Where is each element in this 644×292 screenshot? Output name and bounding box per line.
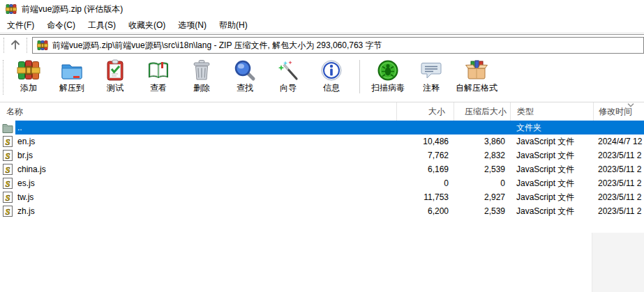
toolbar-button-delete[interactable]: 删除: [180, 58, 223, 93]
title-bar: 前端vue源码.zip (评估版本): [0, 0, 644, 18]
file-type: JavaScript 文件: [510, 135, 593, 148]
file-modified-time: 2023/5/11 2: [593, 176, 644, 190]
file-type: JavaScript 文件: [510, 176, 593, 190]
column-header-name[interactable]: 名称: [0, 102, 396, 121]
menu-item-commands[interactable]: 命令(C): [40, 18, 82, 33]
row-highlight: br.js7,7622,832JavaScript 文件2023/5/11 2: [15, 148, 644, 162]
column-header-type[interactable]: 类型: [510, 102, 593, 121]
menu-item-help[interactable]: 帮助(H): [213, 18, 254, 33]
file-modified-time: 2023/5/11 2: [593, 148, 644, 162]
file-packed-size: 2,539: [454, 162, 510, 176]
file-size: 6,200: [396, 204, 454, 218]
table-row[interactable]: Ses.js00JavaScript 文件2023/5/11 2: [0, 176, 644, 190]
delete-trash-icon: [190, 59, 214, 82]
toolbar-button-label: 向导: [280, 83, 297, 93]
svg-text:S: S: [6, 179, 10, 189]
file-list-empty-area: [0, 218, 644, 292]
winrar-books-icon: [6, 3, 17, 15]
toolbar-button-label: 测试: [107, 83, 123, 93]
archive-path-text: 前端vue源码.zip\前端vue源码\src\i18n\lang - ZIP …: [52, 40, 382, 52]
column-header-label: 大小: [428, 106, 445, 118]
row-highlight: china.js6,1692,539JavaScript 文件2023/5/11…: [15, 162, 644, 176]
svg-text:S: S: [6, 193, 10, 203]
file-type: JavaScript 文件: [510, 204, 593, 218]
row-highlight: tw.js11,7532,927JavaScript 文件2023/5/11 2: [15, 190, 644, 204]
column-header-label: 名称: [6, 106, 23, 118]
file-packed-size: 2,539: [454, 204, 510, 218]
toolbar-button-scan-virus[interactable]: 扫描病毒: [366, 58, 410, 93]
find-magnifier-icon: [233, 59, 257, 82]
toolbar-gripper[interactable]: [3, 38, 4, 53]
toolbar-button-test[interactable]: 测试: [93, 58, 137, 93]
toolbar-button-label: 解压到: [59, 83, 84, 93]
file-size: 6,169: [396, 162, 454, 176]
file-packed-size: 2,832: [454, 148, 510, 162]
toolbar-button-info[interactable]: 信息: [310, 58, 353, 93]
toolbar-button-label: 查看: [150, 83, 167, 93]
toolbar-button-add[interactable]: 添加: [7, 58, 50, 93]
toolbar-button-comment[interactable]: 注释: [410, 58, 453, 93]
column-header-modified-time[interactable]: 修改时间: [593, 102, 644, 121]
table-row[interactable]: Szh.js6,2002,539JavaScript 文件2023/5/11 2: [0, 204, 644, 218]
winrar-books-icon: [37, 40, 48, 51]
js-file-icon: S: [2, 206, 14, 217]
toolbar-gripper[interactable]: [3, 60, 3, 95]
svg-text:S: S: [6, 165, 10, 175]
toolbar-button-label: 扫描病毒: [371, 83, 405, 93]
js-file-icon: S: [2, 192, 14, 203]
file-size: 7,762: [396, 148, 454, 162]
up-one-level-button[interactable]: [6, 37, 24, 54]
js-file-icon: S: [2, 178, 14, 189]
column-header-packed-size[interactable]: 压缩后大小: [454, 102, 510, 121]
file-type: JavaScript 文件: [510, 148, 593, 162]
menu-item-favorites[interactable]: 收藏夹(O): [122, 18, 172, 33]
scan-virus-icon: [376, 59, 400, 82]
menu-item-options[interactable]: 选项(N): [172, 18, 213, 33]
table-row[interactable]: ..文件夹: [0, 121, 644, 135]
file-size: 11,753: [396, 190, 454, 204]
toolbar-button-label: 注释: [423, 83, 440, 93]
file-size: 10,486: [396, 135, 454, 148]
test-clipboard-icon: [103, 59, 127, 82]
js-file-icon: S: [2, 136, 14, 147]
toolbar-button-find[interactable]: 查找: [223, 58, 267, 93]
svg-text:S: S: [6, 137, 10, 147]
address-bar: 前端vue源码.zip\前端vue源码\src\i18n\lang - ZIP …: [0, 35, 644, 56]
toolbar-button-wizard[interactable]: 向导: [267, 58, 310, 93]
toolbar-button-sfx[interactable]: 自解压格式: [453, 58, 500, 93]
file-list-header: 名称大小压缩后大小类型修改时间: [0, 102, 644, 121]
column-header-size[interactable]: 大小: [396, 102, 454, 121]
archive-path-combobox[interactable]: 前端vue源码.zip\前端vue源码\src\i18n\lang - ZIP …: [32, 37, 644, 54]
file-type: JavaScript 文件: [510, 190, 593, 204]
background-window-corner: [592, 233, 644, 292]
toolbar-button-extract-to[interactable]: 解压到: [50, 58, 93, 93]
toolbar-gripper[interactable]: [27, 38, 27, 53]
table-row[interactable]: Sen.js10,4863,860JavaScript 文件2024/4/7 1…: [0, 135, 644, 148]
file-size: 0: [396, 176, 454, 190]
sort-indicator-icon: [627, 103, 634, 107]
svg-text:S: S: [6, 151, 10, 161]
folder-up-icon: [2, 122, 14, 134]
column-header-label: 压缩后大小: [465, 106, 507, 118]
menu-item-file[interactable]: 文件(F): [1, 18, 40, 33]
file-modified-time: 2024/4/7 12: [593, 135, 644, 148]
menu-item-tools[interactable]: 工具(S): [82, 18, 122, 33]
up-arrow-icon: [9, 38, 22, 53]
table-row[interactable]: Stw.js11,7532,927JavaScript 文件2023/5/11 …: [0, 190, 644, 204]
file-modified-time: 2023/5/11 2: [593, 162, 644, 176]
comment-icon: [419, 59, 443, 82]
info-icon: [320, 59, 343, 82]
svg-text:S: S: [6, 207, 10, 217]
wizard-wand-icon: [276, 59, 300, 82]
toolbar-button-label: 信息: [323, 83, 340, 93]
table-row[interactable]: Schina.js6,1692,539JavaScript 文件2023/5/1…: [0, 162, 644, 176]
toolbar-button-label: 添加: [20, 83, 37, 93]
file-name: es.js: [15, 176, 396, 190]
table-row[interactable]: Sbr.js7,7622,832JavaScript 文件2023/5/11 2: [0, 148, 644, 162]
toolbar-button-view[interactable]: 查看: [137, 58, 180, 93]
file-type: 文件夹: [510, 121, 593, 135]
file-name: en.js: [15, 135, 396, 148]
toolbar-separator: [359, 60, 360, 93]
file-name: zh.js: [15, 204, 396, 218]
file-list: ..文件夹Sen.js10,4863,860JavaScript 文件2024/…: [0, 121, 644, 218]
